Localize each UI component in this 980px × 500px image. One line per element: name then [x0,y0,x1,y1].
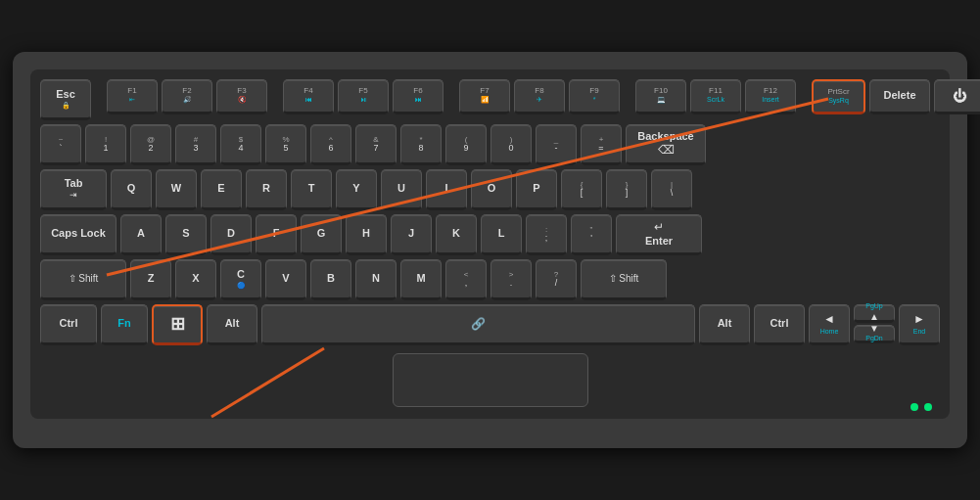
key-backslash[interactable]: | \ [651,169,692,210]
key-f1-sub: ⇤ [129,96,135,104]
key-f10-sub: 💻 [657,96,666,104]
key-f5[interactable]: F5 ⏯ [338,79,389,114]
key-prtscr-sub: SysRq [828,97,849,105]
key-f3-top: F3 [237,87,246,95]
key-pgup-pgdn-cluster: PgUp ▲ ▼ PgDn [854,304,895,345]
key-f6-sub: ⏭ [415,96,422,104]
key-shift-right[interactable]: ⇧ Shift [581,259,667,300]
key-f6[interactable]: F6 ⏭ [393,79,443,114]
key-f10[interactable]: F10 💻 [635,79,686,114]
key-delete-label: Delete [883,89,915,102]
key-fn[interactable]: Fn [101,304,148,345]
key-win[interactable]: ⊞ [152,304,203,345]
key-f8[interactable]: F8 ✈ [514,79,565,114]
key-alt-right[interactable]: Alt [699,304,750,345]
key-e[interactable]: E [201,169,242,210]
key-arrow-right[interactable]: ► End [899,304,940,345]
key-prtscr[interactable]: PrtScr SysRq [812,79,865,114]
key-q[interactable]: Q [111,169,152,210]
key-pgdn[interactable]: ▼ PgDn [854,325,895,343]
key-3[interactable]: # 3 [175,124,216,165]
key-ctrl-left[interactable]: Ctrl [40,304,97,345]
key-minus[interactable]: _ - [536,124,577,165]
key-tab[interactable]: Tab ⇥ [40,169,107,210]
key-f7[interactable]: F7 📶 [459,79,510,114]
key-y[interactable]: Y [336,169,377,210]
key-f9-sub: * [593,96,596,104]
key-u[interactable]: U [381,169,422,210]
key-capslock[interactable]: Caps Lock [40,214,117,255]
key-w[interactable]: W [156,169,197,210]
key-f2-top: F2 [182,87,191,95]
key-lbracket[interactable]: { [ [561,169,602,210]
key-arrow-left[interactable]: ◄ Home [809,304,850,345]
key-f5-sub: ⏯ [360,96,367,104]
key-4[interactable]: $ 4 [220,124,261,165]
key-c[interactable]: C 🔵 [220,259,261,300]
key-f9[interactable]: F9 * [569,79,620,114]
key-v[interactable]: V [265,259,306,300]
key-m[interactable]: M [400,259,442,300]
key-f7-top: F7 [480,87,489,95]
key-i[interactable]: I [426,169,467,210]
key-h[interactable]: H [346,214,387,255]
key-6[interactable]: ^ 6 [310,124,351,165]
key-p[interactable]: P [516,169,557,210]
key-5[interactable]: % 5 [265,124,306,165]
key-rbracket[interactable]: } ] [606,169,647,210]
key-a[interactable]: A [120,214,162,255]
key-shift-left[interactable]: ⇧ Shift [40,259,126,300]
key-f2[interactable]: F2 🔊 [162,79,212,114]
key-backspace[interactable]: Backspace ⌫ [626,124,706,165]
key-f4[interactable]: F4 ⏮ [283,79,334,114]
key-o[interactable]: O [471,169,512,210]
key-0[interactable]: ) 0 [490,124,532,165]
key-delete[interactable]: Delete [869,79,930,114]
key-x[interactable]: X [175,259,216,300]
key-d[interactable]: D [210,214,252,255]
key-7[interactable]: & 7 [355,124,397,165]
key-space[interactable]: 🔗 [261,304,695,345]
key-1[interactable]: ! 1 [85,124,126,165]
keyboard-area: Esc 🔒 F1 ⇤ F2 🔊 F3 🔇 F4 ⏮ F5 [30,69,950,419]
led-1 [910,403,918,411]
key-comma[interactable]: < , [445,259,487,300]
key-esc[interactable]: Esc 🔒 [40,79,91,120]
key-b[interactable]: B [310,259,351,300]
key-semicolon[interactable]: : ; [526,214,567,255]
touchpad[interactable] [393,353,588,407]
key-tilde[interactable]: ~ ` [40,124,81,165]
number-row: ~ ` ! 1 @ 2 # 3 $ 4 % 5 [40,124,940,165]
key-z[interactable]: Z [130,259,171,300]
key-power[interactable]: ⏻ [934,79,980,114]
fn-key-row: Esc 🔒 F1 ⇤ F2 🔊 F3 🔇 F4 ⏮ F5 [40,79,940,120]
key-ctrl-right[interactable]: Ctrl [754,304,805,345]
key-enter[interactable]: ↵ Enter [616,214,702,255]
key-power-label: ⏻ [953,88,966,105]
key-f[interactable]: F [256,214,297,255]
key-period[interactable]: > . [490,259,532,300]
key-f11[interactable]: F11 ScrLk [690,79,741,114]
key-pgup[interactable]: PgUp ▲ [854,304,895,323]
key-8[interactable]: * 8 [400,124,442,165]
key-l[interactable]: L [481,214,522,255]
key-r[interactable]: R [246,169,287,210]
key-s[interactable]: S [165,214,207,255]
z-row: ⇧ Shift Z X C 🔵 V B N M < , > . ? / [40,259,940,300]
key-f3-sub: 🔇 [238,96,247,104]
key-f1[interactable]: F1 ⇤ [107,79,158,114]
key-g[interactable]: G [301,214,342,255]
key-slash[interactable]: ? / [536,259,577,300]
key-quote[interactable]: " ' [571,214,612,255]
key-f12[interactable]: F12 Insert [745,79,796,114]
key-n[interactable]: N [355,259,397,300]
key-f3[interactable]: F3 🔇 [216,79,267,114]
key-k[interactable]: K [436,214,477,255]
key-2[interactable]: @ 2 [130,124,171,165]
key-j[interactable]: J [391,214,432,255]
key-t[interactable]: T [291,169,332,210]
key-alt-left[interactable]: Alt [207,304,257,345]
key-equals[interactable]: + = [581,124,622,165]
led-2 [924,403,932,411]
key-9[interactable]: ( 9 [445,124,487,165]
